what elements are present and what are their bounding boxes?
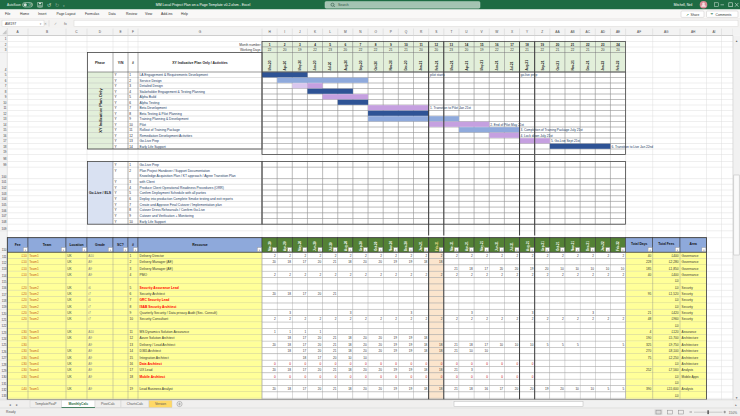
svg-text:10: 10 xyxy=(129,123,133,127)
svg-text:10: 10 xyxy=(575,267,579,271)
svg-text:Team2: Team2 xyxy=(29,286,39,290)
svg-text:Mar-21: Mar-21 xyxy=(450,241,454,251)
svg-text:AI: AI xyxy=(712,30,715,34)
svg-text:Alpha Build: Alpha Build xyxy=(140,95,157,99)
svg-text:14: 14 xyxy=(3,123,7,127)
svg-text:Oct-21: Oct-21 xyxy=(556,61,560,71)
svg-text:Aug-21: Aug-21 xyxy=(525,60,529,71)
svg-text:2: 2 xyxy=(517,273,519,277)
svg-text:Team1: Team1 xyxy=(29,254,39,258)
svg-text:3: 3 xyxy=(129,84,131,88)
svg-text:17: 17 xyxy=(303,349,307,353)
svg-text:10: 10 xyxy=(129,220,133,224)
svg-text:Jul-21: Jul-21 xyxy=(510,61,514,70)
svg-text:0: 0 xyxy=(426,375,428,379)
svg-text:21: 21 xyxy=(333,260,337,264)
svg-text:0: 0 xyxy=(320,362,322,366)
svg-text:A9: A9 xyxy=(88,260,92,264)
svg-text:✕: ✕ xyxy=(44,22,47,26)
svg-text:2: 2 xyxy=(335,254,337,258)
svg-text:21: 21 xyxy=(333,343,337,347)
svg-text:17: 17 xyxy=(484,343,488,347)
svg-text:18: 18 xyxy=(3,145,7,149)
svg-text:Governance: Governance xyxy=(682,273,699,277)
svg-text:MM Local Project Plan on a Pag: MM Local Project Plan on a Page Template… xyxy=(156,3,251,7)
svg-text:Oct-21: Oct-21 xyxy=(556,241,560,251)
svg-text:£0: £0 xyxy=(675,375,679,379)
svg-text:Confirm Deployment Schedule wi: Confirm Deployment Schedule with all par… xyxy=(140,191,207,195)
svg-text:117: 117 xyxy=(2,293,7,297)
svg-text:Home: Home xyxy=(20,12,29,16)
svg-text:22: 22 xyxy=(586,43,590,47)
svg-text:fx: fx xyxy=(64,22,67,26)
svg-text:2: 2 xyxy=(456,254,458,258)
svg-text:2: 2 xyxy=(441,317,443,321)
svg-text:Stakeholder Engagement & Testi: Stakeholder Engagement & Testing Plannin… xyxy=(140,90,206,94)
svg-text:6: 6 xyxy=(129,101,131,105)
svg-text:Location: Location xyxy=(69,243,83,247)
svg-text:Month number: Month number xyxy=(239,43,261,47)
svg-text:12: 12 xyxy=(129,134,133,138)
svg-text:2: 2 xyxy=(486,273,488,277)
svg-text:2: 2 xyxy=(501,317,503,321)
svg-text:3: 3 xyxy=(129,180,131,184)
svg-text:20: 20 xyxy=(378,368,382,372)
svg-text:AF: AF xyxy=(637,30,641,34)
svg-text:Team4: Team4 xyxy=(29,368,39,372)
svg-text:Dec-20: Dec-20 xyxy=(404,241,408,251)
svg-text:£20: £20 xyxy=(21,317,27,321)
svg-text:19: 19 xyxy=(409,260,413,264)
svg-text:10: 10 xyxy=(348,356,352,360)
svg-text:126: 126 xyxy=(1,350,6,354)
svg-text:Beta Development: Beta Development xyxy=(140,106,167,110)
svg-text:21: 21 xyxy=(404,48,408,52)
svg-text:19: 19 xyxy=(480,48,484,52)
svg-text:D365 Architect: D365 Architect xyxy=(140,349,162,353)
svg-text:Security: Security xyxy=(682,317,694,321)
svg-text:130: 130 xyxy=(1,375,6,379)
svg-text:Z: Z xyxy=(541,30,543,34)
svg-text:B: B xyxy=(46,30,48,34)
svg-text:123: 123 xyxy=(1,331,6,335)
svg-text:i7: i7 xyxy=(88,317,91,321)
svg-text:48: 48 xyxy=(648,317,652,321)
svg-text:0: 0 xyxy=(274,362,276,366)
svg-text:11: 11 xyxy=(129,128,133,132)
svg-text:Delivery / Lead Architect: Delivery / Lead Architect xyxy=(140,343,176,347)
svg-text:2: 2 xyxy=(501,254,503,258)
svg-text:Add-ins: Add-ins xyxy=(161,12,173,16)
svg-text:20: 20 xyxy=(318,292,322,296)
svg-text:Formulas: Formulas xyxy=(85,12,99,16)
svg-text:18: 18 xyxy=(288,292,292,296)
svg-text:✓: ✓ xyxy=(54,22,57,26)
svg-text:21: 21 xyxy=(333,349,337,353)
svg-text:3: 3 xyxy=(410,311,412,315)
svg-text:£420: £420 xyxy=(672,311,679,315)
svg-text:15: 15 xyxy=(3,128,7,132)
svg-text:2: 2 xyxy=(456,273,458,277)
svg-text:Jun-21: Jun-21 xyxy=(495,60,499,70)
svg-text:Rollout of Training Package: Rollout of Training Package xyxy=(140,128,180,132)
svg-text:Architecture: Architecture xyxy=(682,336,699,340)
svg-text:#: # xyxy=(132,61,134,65)
svg-text:pilot starts: pilot starts xyxy=(430,73,445,77)
svg-text:21: 21 xyxy=(333,292,337,296)
svg-text:21: 21 xyxy=(556,48,560,52)
svg-text:Delivery Manager (AE): Delivery Manager (AE) xyxy=(140,267,173,271)
svg-text:0: 0 xyxy=(304,362,306,366)
svg-text:May-21: May-21 xyxy=(480,240,484,251)
svg-text:20: 20 xyxy=(556,43,560,47)
svg-text:A9: A9 xyxy=(88,267,92,271)
svg-text:0: 0 xyxy=(289,375,291,379)
svg-text:AH: AH xyxy=(691,30,696,34)
svg-text:Team1: Team1 xyxy=(29,273,39,277)
svg-text:Dec-21: Dec-21 xyxy=(586,60,590,70)
svg-text:7: 7 xyxy=(129,203,131,207)
svg-text:2: 2 xyxy=(623,273,625,277)
svg-text:2: 2 xyxy=(486,254,488,258)
svg-text:6: 6 xyxy=(130,292,132,296)
svg-text:£10: £10 xyxy=(21,267,27,271)
svg-text:2: 2 xyxy=(304,317,306,321)
svg-text:£8,100: £8,100 xyxy=(669,349,679,353)
svg-text:0: 0 xyxy=(395,375,397,379)
